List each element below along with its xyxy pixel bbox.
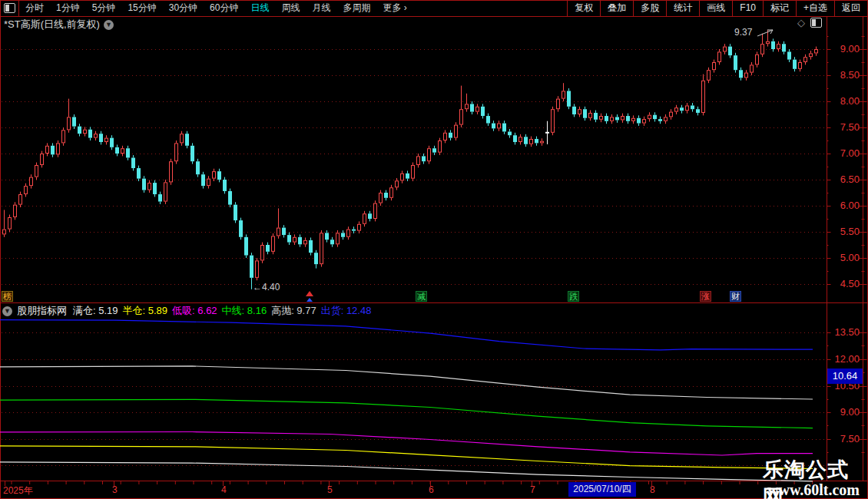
axis-label: 5.50 — [840, 226, 860, 237]
indicator-value-高抛: 高抛: 9.77 — [271, 304, 316, 318]
axis-label: 9.00 — [840, 43, 860, 55]
menu-item-统计[interactable]: 统计 — [666, 0, 699, 16]
period-tab-多周期[interactable]: 多周期 — [336, 0, 376, 16]
menu-item-叠加[interactable]: 叠加 — [600, 0, 633, 16]
tool-menu: 复权叠加多股统计画线F10标记+自选返回 — [567, 0, 867, 16]
trading-app-window: { "topbar": { "left_items": [ {"label": … — [0, 0, 868, 499]
axis-label: 4.50 — [840, 278, 860, 289]
band-marker-财: 财 — [730, 291, 741, 302]
axis-label: 8.00 — [840, 95, 860, 107]
menu-item-多股[interactable]: 多股 — [633, 0, 666, 16]
axis-label: 6.00 — [840, 200, 860, 211]
period-tab-1分钟[interactable]: 1分钟 — [50, 0, 86, 16]
menu-item-标记[interactable]: 标记 — [763, 0, 796, 16]
menu-item-F10[interactable]: F10 — [732, 0, 763, 16]
chevron-down-icon[interactable]: ▼ — [2, 306, 12, 316]
current-value-badge: 10.64 — [827, 368, 863, 384]
x-axis-label: 7 — [530, 484, 535, 495]
indicator-line-高抛 — [0, 366, 813, 399]
period-tab-5分钟[interactable]: 5分钟 — [86, 0, 122, 16]
title-row: *ST高斯(日线,前复权) ▼ — [4, 18, 114, 31]
diamond-icon[interactable]: ◇ — [797, 17, 805, 28]
indicator-value-出货: 出货: 12.48 — [321, 304, 372, 318]
indicator-value-半仓: 半仓: 5.89 — [123, 304, 168, 318]
watermark-site-url: www.60lt.com — [767, 481, 860, 499]
indicator-value-低吸: 低吸: 6.62 — [172, 304, 217, 318]
axis-label: 6.50 — [840, 173, 860, 185]
axis-label: 7.50 — [840, 433, 860, 444]
page-title: *ST高斯(日线,前复权) — [4, 18, 100, 31]
period-tab-月线[interactable]: 月线 — [306, 0, 336, 16]
period-menu: 分时1分钟5分钟15分钟30分钟60分钟日线周线月线多周期更多 › — [19, 0, 413, 16]
period-tab-60分钟[interactable]: 60分钟 — [204, 0, 244, 16]
window-pane-icon[interactable] — [810, 18, 822, 28]
menu-item-画线[interactable]: 画线 — [699, 0, 732, 16]
period-tab-分时[interactable]: 分时 — [19, 0, 50, 16]
band-marker-榜: 榜 — [2, 291, 13, 302]
axis-label: 9.00 — [840, 406, 860, 418]
x-axis-label: 4 — [221, 484, 227, 495]
period-tab-30分钟[interactable]: 30分钟 — [163, 0, 204, 16]
menu-item-+自选[interactable]: +自选 — [796, 0, 834, 16]
x-axis-label: 5 — [327, 484, 333, 495]
layout-toggle-button[interactable] — [0, 0, 19, 16]
axis-label: 7.00 — [840, 147, 860, 159]
top-menu-bar: 分时1分钟5分钟15分钟30分钟60分钟日线周线月线多周期更多 › 复权叠加多股… — [0, 0, 868, 16]
indicator-source-label: 股朋指标网 — [17, 304, 67, 318]
band-marker-涨: 涨 — [700, 291, 711, 302]
selected-date-badge: 2025/07/10/四 — [568, 482, 636, 497]
indicator-header: ▼ 股朋指标网 满仓: 5.19半仓: 5.89低吸: 6.62中线: 8.16… — [2, 304, 371, 318]
signal-triangle-blue-icon — [306, 298, 313, 302]
menu-item-复权[interactable]: 复权 — [567, 0, 600, 16]
annotation-low: ←4.40 — [253, 282, 280, 292]
price-chart-canvas[interactable]: 9.008.508.007.507.006.506.005.505.004.50… — [0, 0, 868, 499]
menu-item-返回[interactable]: 返回 — [834, 0, 867, 16]
indicator-line-中线 — [0, 399, 813, 428]
indicator-line-低吸 — [0, 432, 813, 456]
axis-label: 7.50 — [840, 121, 860, 133]
signal-triangle-red-icon — [306, 291, 313, 296]
chevron-down-icon[interactable]: ▼ — [104, 20, 114, 30]
axis-label: 8.50 — [840, 69, 860, 81]
split-pane-icon — [4, 3, 15, 13]
period-tab-日线[interactable]: 日线 — [244, 0, 275, 16]
indicator-line-半仓 — [0, 446, 813, 469]
x-axis-label: 8 — [650, 484, 655, 495]
period-tab-15分钟[interactable]: 15分钟 — [121, 0, 162, 16]
indicator-line-满仓 — [0, 462, 813, 481]
band-marker-减: 减 — [416, 291, 427, 302]
indicator-value-中线: 中线: 8.16 — [222, 304, 267, 318]
x-axis-label: 6 — [429, 484, 434, 495]
period-tab-更多 ›[interactable]: 更多 › — [376, 0, 412, 16]
chart-corner-icons: ◇ — [797, 17, 822, 28]
x-axis-label: 2025年 — [3, 484, 33, 497]
axis-label: 13.50 — [834, 326, 860, 338]
indicator-value-满仓: 满仓: 5.19 — [73, 304, 118, 318]
period-tab-周线[interactable]: 周线 — [275, 0, 306, 16]
axis-label: 12.00 — [834, 353, 860, 365]
axis-label: 5.00 — [840, 252, 860, 263]
x-axis-label: 3 — [112, 484, 118, 495]
indicator-line-出货 — [0, 320, 813, 350]
band-marker-跌: 跌 — [568, 291, 579, 302]
annotation-high: 9.37 — [734, 27, 753, 38]
